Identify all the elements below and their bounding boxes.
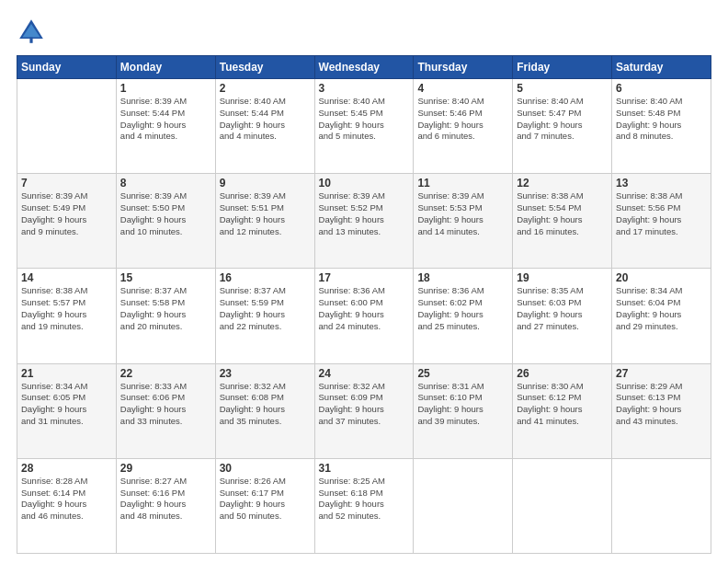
calendar-cell: 16Sunrise: 8:37 AMSunset: 5:59 PMDayligh… [215, 269, 314, 363]
calendar-cell: 25Sunrise: 8:31 AMSunset: 6:10 PMDayligh… [414, 363, 513, 458]
day-number: 24 [319, 367, 410, 380]
calendar-week-row: 28Sunrise: 8:28 AMSunset: 6:14 PMDayligh… [17, 458, 711, 553]
day-info: Sunrise: 8:36 AMSunset: 6:00 PMDaylight:… [319, 285, 410, 332]
calendar-cell: 15Sunrise: 8:37 AMSunset: 5:58 PMDayligh… [116, 269, 215, 363]
weekday-header-thursday: Thursday [414, 56, 513, 79]
day-number: 16 [220, 271, 311, 284]
svg-rect-2 [29, 37, 32, 42]
day-number: 9 [220, 177, 311, 190]
calendar-cell: 12Sunrise: 8:38 AMSunset: 5:54 PMDayligh… [513, 174, 612, 269]
day-number: 22 [120, 367, 211, 380]
calendar-week-row: 1Sunrise: 8:39 AMSunset: 5:44 PMDaylight… [17, 79, 711, 174]
day-number: 12 [517, 177, 608, 190]
calendar-cell: 7Sunrise: 8:39 AMSunset: 5:49 PMDaylight… [17, 174, 117, 269]
day-number: 27 [616, 367, 707, 380]
calendar-cell: 14Sunrise: 8:38 AMSunset: 5:57 PMDayligh… [17, 269, 117, 363]
calendar-week-row: 7Sunrise: 8:39 AMSunset: 5:49 PMDaylight… [17, 174, 711, 269]
day-info: Sunrise: 8:39 AMSunset: 5:50 PMDaylight:… [120, 190, 211, 237]
day-info: Sunrise: 8:40 AMSunset: 5:48 PMDaylight:… [616, 96, 707, 143]
day-info: Sunrise: 8:38 AMSunset: 5:56 PMDaylight:… [616, 190, 707, 237]
day-info: Sunrise: 8:30 AMSunset: 6:12 PMDaylight:… [517, 381, 608, 428]
day-info: Sunrise: 8:31 AMSunset: 6:10 PMDaylight:… [417, 381, 508, 428]
calendar-cell: 19Sunrise: 8:35 AMSunset: 6:03 PMDayligh… [513, 269, 612, 363]
day-number: 11 [417, 177, 508, 190]
day-number: 10 [319, 177, 410, 190]
day-number: 18 [417, 271, 508, 284]
day-info: Sunrise: 8:28 AMSunset: 6:14 PMDaylight:… [21, 476, 112, 523]
day-info: Sunrise: 8:39 AMSunset: 5:52 PMDaylight:… [319, 190, 410, 237]
day-info: Sunrise: 8:38 AMSunset: 5:57 PMDaylight:… [21, 285, 112, 332]
calendar-cell [414, 458, 513, 553]
day-number: 23 [220, 367, 311, 380]
calendar-cell: 24Sunrise: 8:32 AMSunset: 6:09 PMDayligh… [314, 363, 414, 458]
calendar-cell: 13Sunrise: 8:38 AMSunset: 5:56 PMDayligh… [612, 174, 711, 269]
day-info: Sunrise: 8:32 AMSunset: 6:08 PMDaylight:… [220, 381, 311, 428]
day-number: 25 [417, 367, 508, 380]
calendar-cell: 30Sunrise: 8:26 AMSunset: 6:17 PMDayligh… [215, 458, 314, 553]
weekday-header-row: SundayMondayTuesdayWednesdayThursdayFrid… [17, 56, 711, 79]
day-number: 5 [517, 82, 608, 95]
day-number: 29 [120, 462, 211, 475]
header [17, 17, 711, 46]
day-info: Sunrise: 8:34 AMSunset: 6:04 PMDaylight:… [616, 285, 707, 332]
day-info: Sunrise: 8:32 AMSunset: 6:09 PMDaylight:… [319, 381, 410, 428]
calendar-cell: 29Sunrise: 8:27 AMSunset: 6:16 PMDayligh… [116, 458, 215, 553]
weekday-header-friday: Friday [513, 56, 612, 79]
calendar-cell: 4Sunrise: 8:40 AMSunset: 5:46 PMDaylight… [414, 79, 513, 174]
calendar-cell: 3Sunrise: 8:40 AMSunset: 5:45 PMDaylight… [314, 79, 414, 174]
day-info: Sunrise: 8:29 AMSunset: 6:13 PMDaylight:… [616, 381, 707, 428]
day-info: Sunrise: 8:40 AMSunset: 5:45 PMDaylight:… [319, 96, 410, 143]
calendar-cell: 28Sunrise: 8:28 AMSunset: 6:14 PMDayligh… [17, 458, 117, 553]
day-info: Sunrise: 8:26 AMSunset: 6:17 PMDaylight:… [220, 476, 311, 523]
weekday-header-tuesday: Tuesday [215, 56, 314, 79]
day-info: Sunrise: 8:37 AMSunset: 5:59 PMDaylight:… [220, 285, 311, 332]
day-info: Sunrise: 8:40 AMSunset: 5:46 PMDaylight:… [417, 96, 508, 143]
weekday-header-sunday: Sunday [17, 56, 117, 79]
day-info: Sunrise: 8:36 AMSunset: 6:02 PMDaylight:… [417, 285, 508, 332]
day-number: 21 [21, 367, 112, 380]
day-info: Sunrise: 8:27 AMSunset: 6:16 PMDaylight:… [120, 476, 211, 523]
day-number: 2 [220, 82, 311, 95]
calendar-cell: 18Sunrise: 8:36 AMSunset: 6:02 PMDayligh… [414, 269, 513, 363]
day-number: 15 [120, 271, 211, 284]
day-number: 7 [21, 177, 112, 190]
calendar-cell: 1Sunrise: 8:39 AMSunset: 5:44 PMDaylight… [116, 79, 215, 174]
calendar-cell: 27Sunrise: 8:29 AMSunset: 6:13 PMDayligh… [612, 363, 711, 458]
day-info: Sunrise: 8:38 AMSunset: 5:54 PMDaylight:… [517, 190, 608, 237]
calendar-week-row: 21Sunrise: 8:34 AMSunset: 6:05 PMDayligh… [17, 363, 711, 458]
day-number: 26 [517, 367, 608, 380]
weekday-header-monday: Monday [116, 56, 215, 79]
day-info: Sunrise: 8:37 AMSunset: 5:58 PMDaylight:… [120, 285, 211, 332]
calendar-cell: 6Sunrise: 8:40 AMSunset: 5:48 PMDaylight… [612, 79, 711, 174]
calendar-cell [513, 458, 612, 553]
calendar-cell: 9Sunrise: 8:39 AMSunset: 5:51 PMDaylight… [215, 174, 314, 269]
day-number: 6 [616, 82, 707, 95]
day-info: Sunrise: 8:35 AMSunset: 6:03 PMDaylight:… [517, 285, 608, 332]
calendar-cell: 17Sunrise: 8:36 AMSunset: 6:00 PMDayligh… [314, 269, 414, 363]
page: SundayMondayTuesdayWednesdayThursdayFrid… [0, 0, 728, 563]
day-number: 19 [517, 271, 608, 284]
calendar-cell: 22Sunrise: 8:33 AMSunset: 6:06 PMDayligh… [116, 363, 215, 458]
calendar-cell: 20Sunrise: 8:34 AMSunset: 6:04 PMDayligh… [612, 269, 711, 363]
calendar-cell [612, 458, 711, 553]
day-info: Sunrise: 8:25 AMSunset: 6:18 PMDaylight:… [319, 476, 410, 523]
day-number: 31 [319, 462, 410, 475]
day-number: 28 [21, 462, 112, 475]
day-number: 1 [120, 82, 211, 95]
day-number: 4 [417, 82, 508, 95]
day-number: 30 [220, 462, 311, 475]
calendar-week-row: 14Sunrise: 8:38 AMSunset: 5:57 PMDayligh… [17, 269, 711, 363]
day-number: 8 [120, 177, 211, 190]
calendar-table: SundayMondayTuesdayWednesdayThursdayFrid… [17, 55, 711, 554]
day-info: Sunrise: 8:33 AMSunset: 6:06 PMDaylight:… [120, 381, 211, 428]
calendar-cell: 8Sunrise: 8:39 AMSunset: 5:50 PMDaylight… [116, 174, 215, 269]
calendar-cell: 10Sunrise: 8:39 AMSunset: 5:52 PMDayligh… [314, 174, 414, 269]
calendar-cell: 21Sunrise: 8:34 AMSunset: 6:05 PMDayligh… [17, 363, 117, 458]
weekday-header-saturday: Saturday [612, 56, 711, 79]
day-info: Sunrise: 8:39 AMSunset: 5:53 PMDaylight:… [417, 190, 508, 237]
day-info: Sunrise: 8:40 AMSunset: 5:47 PMDaylight:… [517, 96, 608, 143]
day-number: 17 [319, 271, 410, 284]
day-number: 13 [616, 177, 707, 190]
day-number: 3 [319, 82, 410, 95]
calendar-cell: 23Sunrise: 8:32 AMSunset: 6:08 PMDayligh… [215, 363, 314, 458]
